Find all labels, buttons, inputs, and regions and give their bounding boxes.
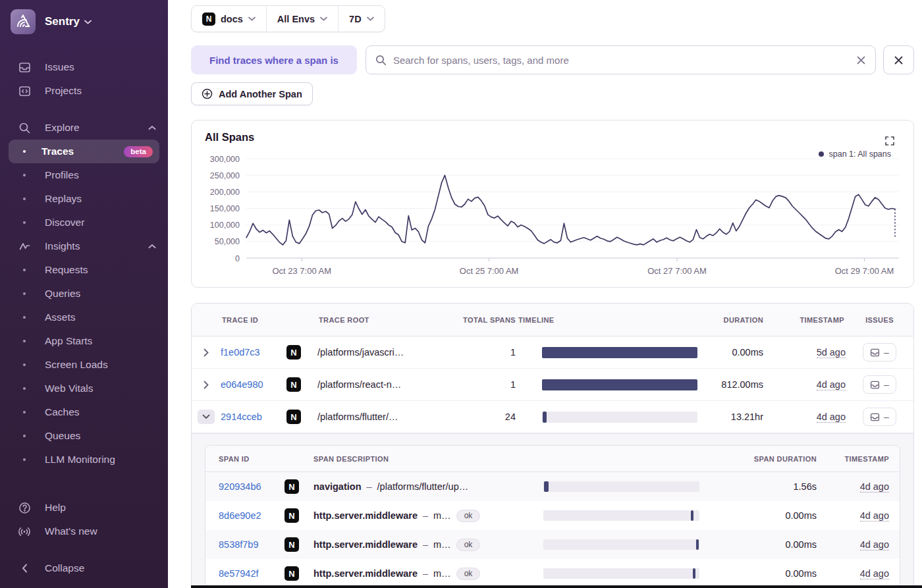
sidebar-item-web-vitals[interactable]: Web Vitals: [0, 377, 168, 400]
sidebar-item-issues[interactable]: Issues: [0, 55, 168, 79]
total-spans: 24: [459, 412, 517, 422]
chevron-up-icon[interactable]: [148, 125, 156, 130]
bullet-icon: [17, 387, 32, 390]
main-content: N docs All Envs 7D Find traces where a s…: [168, 0, 922, 588]
span-search-box[interactable]: [366, 45, 876, 74]
sidebar-item-discover[interactable]: Discover: [0, 211, 168, 234]
chevron-right-icon: [203, 381, 209, 389]
issues-count-pill[interactable]: –: [863, 408, 896, 426]
expand-row-chevron[interactable]: [192, 381, 221, 389]
sidebar-item-help[interactable]: Help: [0, 496, 168, 520]
span-row: 8e57942f N http.server.middleware – m… o…: [205, 559, 900, 588]
collapse-row-chevron[interactable]: [198, 410, 215, 424]
close-icon: [894, 55, 904, 65]
sidebar-item-whats-new[interactable]: What's new: [0, 520, 168, 543]
sidebar-item-llm-monitoring[interactable]: LLM Monitoring: [0, 448, 168, 471]
sidebar-nav: Issues Projects Explore Traces beta Pro: [0, 41, 168, 588]
span-description: http.server.middleware – m… ok: [313, 539, 543, 551]
span-duration: 1.56s: [706, 481, 823, 492]
sidebar-item-caches[interactable]: Caches: [0, 400, 168, 424]
clear-search-icon[interactable]: [856, 55, 866, 65]
trace-root: /platforms/javascri…: [317, 347, 459, 358]
span-description: navigation – /platforms/flutter/up…: [313, 481, 543, 492]
sidebar-item-traces[interactable]: Traces beta: [9, 140, 159, 163]
issues-count-pill[interactable]: –: [863, 343, 896, 361]
sidebar-item-projects[interactable]: Projects: [0, 79, 168, 103]
span-id-link[interactable]: 8e57942f: [219, 568, 258, 579]
traces-table: TRACE ID TRACE ROOT TOTAL SPANS TIMELINE…: [191, 303, 914, 588]
sidebar-item-assets[interactable]: Assets: [0, 306, 168, 329]
traces-table-header: TRACE ID TRACE ROOT TOTAL SPANS TIMELINE…: [192, 304, 913, 336]
status-badge: ok: [456, 510, 481, 522]
total-spans: 1: [459, 379, 517, 390]
broadcast-icon: [17, 525, 32, 538]
project-selector[interactable]: N docs: [192, 6, 266, 32]
trace-id-link[interactable]: 2914cceb: [221, 412, 262, 422]
bullet-icon: [17, 411, 32, 414]
beta-badge: beta: [124, 146, 153, 157]
sidebar-section-insights[interactable]: Insights: [0, 234, 168, 258]
bullet-icon: [17, 435, 32, 437]
span-row: 8d6e90e2 N http.server.middleware – m… o…: [205, 501, 900, 530]
org-name: Sentry: [45, 15, 92, 28]
bullet-icon: [17, 458, 32, 461]
date-range-selector[interactable]: 7D: [339, 6, 385, 32]
span-timeline-bar: [543, 510, 699, 521]
issues-icon: [870, 412, 880, 422]
sidebar-section-explore[interactable]: Explore: [0, 116, 168, 140]
status-badge: ok: [456, 568, 481, 580]
timestamp-link[interactable]: 4d ago: [860, 510, 889, 521]
add-another-span-button[interactable]: Add Another Span: [191, 82, 313, 105]
timestamp-link[interactable]: 4d ago: [860, 539, 889, 550]
span-id-link[interactable]: 8538f7b9: [219, 539, 258, 550]
project-selector-value: docs: [221, 14, 243, 24]
environment-selector-value: All Envs: [277, 14, 315, 24]
expand-row-chevron[interactable]: [192, 348, 221, 357]
sidebar-item-screen-loads[interactable]: Screen Loads: [0, 353, 168, 377]
issues-count-pill[interactable]: –: [863, 375, 896, 394]
timeline-bar: [542, 379, 697, 390]
sidebar-item-app-starts[interactable]: App Starts: [0, 329, 168, 353]
total-spans: 1: [459, 347, 517, 358]
svg-text:Oct 29 7:00 AM: Oct 29 7:00 AM: [835, 266, 894, 276]
col-span-description: SPAN DESCRIPTION: [313, 455, 543, 463]
org-switcher[interactable]: Sentry: [0, 0, 168, 41]
all-spans-chart-panel: All Spans span 1: All spans 050,000100,0…: [191, 120, 914, 288]
timestamp-link[interactable]: 5d ago: [817, 347, 846, 358]
bullet-icon: [17, 340, 32, 342]
span-timeline-bar: [543, 539, 699, 550]
nextjs-platform-icon: N: [286, 410, 301, 424]
sidebar-item-requests[interactable]: Requests: [0, 258, 168, 282]
trace-id-link[interactable]: f1e0d7c3: [221, 347, 260, 358]
sidebar-item-queues[interactable]: Queues: [0, 424, 168, 448]
chevron-up-icon[interactable]: [148, 244, 156, 249]
environment-selector[interactable]: All Envs: [267, 6, 338, 32]
span-timeline-bar: [543, 481, 699, 492]
chevron-down-icon: [367, 16, 374, 21]
sidebar-item-queries[interactable]: Queries: [0, 282, 168, 306]
col-issues: ISSUES: [846, 316, 913, 324]
chart-legend[interactable]: span 1: All spans: [816, 149, 894, 159]
legend-dot-icon: [819, 151, 824, 157]
chevron-right-icon: [203, 348, 209, 357]
trace-id-link[interactable]: e064e980: [221, 379, 263, 390]
span-description: http.server.middleware – m… ok: [313, 568, 543, 580]
span-id-link[interactable]: 920934b6: [219, 481, 261, 492]
sidebar-item-replays[interactable]: Replays: [0, 187, 168, 211]
sidebar-item-profiles[interactable]: Profiles: [0, 163, 168, 187]
bullet-icon: [17, 150, 32, 153]
date-range-value: 7D: [349, 14, 362, 24]
table-row-expanded: 2914cceb N /platforms/flutter/… 24 13.21…: [192, 401, 913, 433]
sidebar-collapse-button[interactable]: Collapse: [0, 556, 168, 580]
timestamp-link[interactable]: 4d ago: [817, 379, 846, 390]
timestamp-link[interactable]: 4d ago: [817, 412, 846, 423]
remove-span-filter-button[interactable]: [883, 45, 914, 74]
span-duration: 0.00ms: [706, 510, 823, 521]
span-id-link[interactable]: 8d6e90e2: [219, 510, 261, 521]
timestamp-link[interactable]: 4d ago: [860, 568, 889, 579]
table-row: f1e0d7c3 N /platforms/javascri… 1 0.00ms…: [192, 336, 913, 369]
timestamp-link[interactable]: 4d ago: [860, 481, 889, 493]
page-filters-bar: N docs All Envs 7D: [191, 5, 385, 32]
span-search-input[interactable]: [393, 55, 850, 66]
issues-icon: [17, 61, 32, 74]
